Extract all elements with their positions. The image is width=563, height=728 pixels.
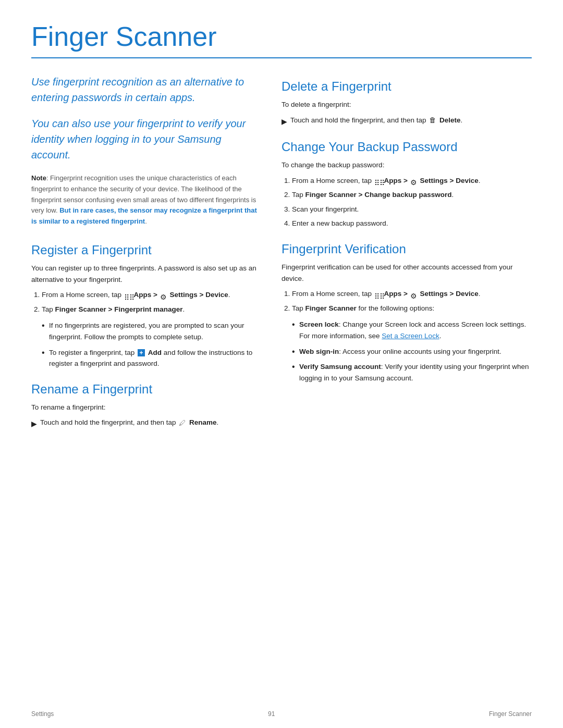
note-paragraph: Note: Fingerprint recognition uses the u… bbox=[31, 173, 261, 227]
change-steps-list: From a Home screen, tap ⠿ Apps > ⚙ Setti… bbox=[292, 175, 532, 229]
register-step-2: Tap Finger Scanner > Fingerprint manager… bbox=[42, 304, 261, 315]
trash-icon: 🗑 bbox=[429, 115, 436, 126]
fingerprint-steps-list: From a Home screen, tap ⠿ Apps > ⚙ Setti… bbox=[292, 288, 532, 314]
apps-icon-2: ⠿ bbox=[374, 177, 382, 184]
change-step-2: Tap Finger Scanner > Change backup passw… bbox=[292, 189, 532, 201]
fingerprint-step-1: From a Home screen, tap ⠿ Apps > ⚙ Setti… bbox=[292, 288, 532, 300]
rename-section: Rename a Fingerprint To rename a fingerp… bbox=[31, 382, 261, 430]
note-end: . bbox=[145, 217, 147, 225]
gear-icon: ⚙ bbox=[160, 292, 167, 299]
left-column: Use fingerprint recognition as an altern… bbox=[31, 74, 261, 442]
footer: Settings 91 Finger Scanner bbox=[31, 710, 532, 718]
arrow-icon: ▶ bbox=[31, 418, 37, 429]
delete-arrow-item: ▶ Touch and hold the fingerprint, and th… bbox=[282, 115, 532, 127]
gear-icon-2: ⚙ bbox=[410, 177, 418, 184]
right-column: Delete a Fingerprint To delete a fingerp… bbox=[282, 74, 532, 442]
change-intro: To change the backup password: bbox=[282, 159, 532, 171]
fingerprint-option-screen-lock: Screen lock: Change your Screen lock and… bbox=[292, 319, 532, 341]
register-intro: You can register up to three fingerprint… bbox=[31, 263, 261, 285]
note-label: Note bbox=[31, 174, 46, 182]
rename-intro: To rename a fingerprint: bbox=[31, 402, 261, 413]
apps-icon: ⠿ bbox=[124, 292, 131, 299]
delete-arrow-text: Touch and hold the fingerprint, and then… bbox=[290, 115, 462, 126]
fingerprint-option-verify-samsung: Verify Samsung account: Verify your iden… bbox=[292, 361, 532, 384]
screen-lock-link[interactable]: Set a Screen Lock bbox=[382, 332, 439, 340]
pencil-icon: 🖊 bbox=[179, 417, 186, 429]
footer-center: 91 bbox=[268, 710, 275, 718]
fingerprint-intro: Fingerprint verification can be used for… bbox=[282, 262, 532, 284]
change-heading: Change Your Backup Password bbox=[282, 140, 532, 154]
rename-arrow-item: ▶ Touch and hold the fingerprint, and th… bbox=[31, 417, 261, 429]
register-heading: Register a Fingerprint bbox=[31, 243, 261, 257]
register-section: Register a Fingerprint You can register … bbox=[31, 243, 261, 369]
fingerprint-step-2: Tap Finger Scanner for the following opt… bbox=[292, 303, 532, 314]
fingerprint-options-list: Screen lock: Change your Screen lock and… bbox=[292, 319, 532, 384]
register-bullet-2: To register a fingerprint, tap + Add and… bbox=[42, 347, 261, 369]
note-bold-blue: But in rare cases, the sensor may recogn… bbox=[31, 206, 257, 225]
change-step-4: Enter a new backup password. bbox=[292, 218, 532, 229]
fingerprint-heading: Fingerprint Verification bbox=[282, 242, 532, 256]
delete-intro: To delete a fingerprint: bbox=[282, 99, 532, 110]
plus-icon: + bbox=[138, 349, 145, 356]
delete-heading: Delete a Fingerprint bbox=[282, 79, 532, 94]
footer-left: Settings bbox=[31, 710, 54, 718]
change-step-3: Scan your fingerprint. bbox=[292, 204, 532, 215]
register-bullet-1: If no fingerprints are registered, you a… bbox=[42, 320, 261, 342]
gear-icon-3: ⚙ bbox=[410, 291, 418, 298]
change-step-1: From a Home screen, tap ⠿ Apps > ⚙ Setti… bbox=[292, 175, 532, 187]
arrow-right-icon: ▶ bbox=[282, 116, 287, 127]
footer-right: Finger Scanner bbox=[489, 710, 532, 718]
page-title: Finger Scanner bbox=[31, 21, 532, 58]
delete-section: Delete a Fingerprint To delete a fingerp… bbox=[282, 79, 532, 127]
rename-arrow-text: Touch and hold the fingerprint, and then… bbox=[40, 417, 218, 428]
fingerprint-verification-section: Fingerprint Verification Fingerprint ver… bbox=[282, 242, 532, 384]
fingerprint-option-web-signin: Web sign-in: Access your online accounts… bbox=[292, 346, 532, 357]
register-sub-bullets: If no fingerprints are registered, you a… bbox=[42, 320, 261, 369]
register-step-1: From a Home screen, tap ⠿ Apps > ⚙ Setti… bbox=[42, 289, 261, 301]
change-password-section: Change Your Backup Password To change th… bbox=[282, 140, 532, 229]
apps-icon-3: ⠿ bbox=[374, 291, 382, 298]
register-steps-list: From a Home screen, tap ⠿ Apps > ⚙ Setti… bbox=[42, 289, 261, 315]
intro-text-1: Use fingerprint recognition as an altern… bbox=[31, 74, 261, 105]
rename-heading: Rename a Fingerprint bbox=[31, 382, 261, 397]
intro-text-2: You can also use your fingerprint to ver… bbox=[31, 116, 261, 163]
